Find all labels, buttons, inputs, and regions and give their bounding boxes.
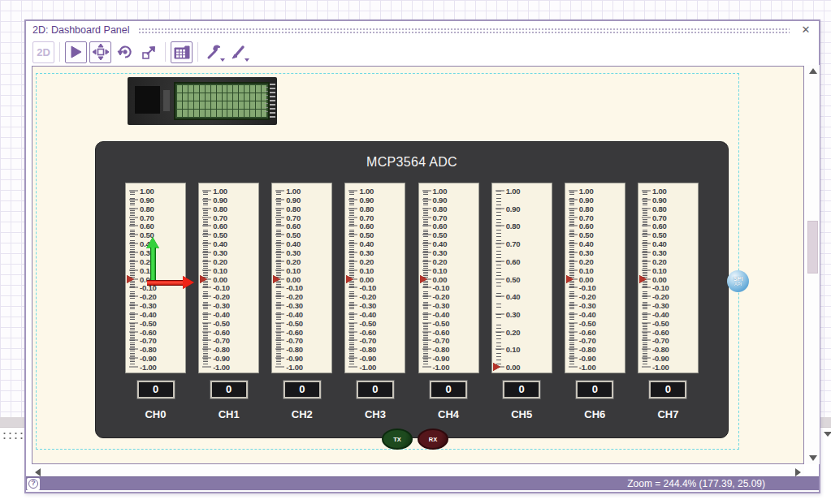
lcd-cell (194, 85, 199, 93)
gauge-major-tick (275, 305, 284, 306)
lcd-display-component[interactable] (128, 77, 277, 125)
gauge-major-tick (202, 296, 211, 297)
scale-label: -0.80 (213, 345, 230, 354)
scroll-right-icon[interactable] (795, 468, 801, 476)
channel-value-display[interactable]: 0 (283, 381, 321, 398)
scale-label: 0.90 (652, 195, 667, 204)
style-brush-button[interactable] (227, 41, 249, 63)
spi-badge-line2: API (734, 282, 742, 286)
gauge-major-tick (642, 358, 651, 359)
close-icon[interactable]: ✕ (799, 24, 812, 37)
channel-value-display[interactable]: 0 (649, 381, 686, 398)
mcp3564-adc-panel[interactable]: MCP3564 ADC 1.000.900.800.700.600.500.40… (95, 141, 729, 438)
panel-canvas[interactable]: MCP3564 ADC 1.000.900.800.700.600.500.40… (32, 66, 804, 464)
scale-label: 0.70 (652, 213, 667, 222)
spi-badge[interactable]: SPI API (727, 270, 749, 292)
gauge-major-tick (129, 313, 138, 314)
components-button[interactable] (171, 41, 193, 63)
scale-label: 0.90 (506, 204, 521, 213)
gauge-major-tick (129, 305, 138, 306)
gauge-pointer[interactable] (493, 363, 500, 371)
gauge-major-tick (275, 313, 284, 314)
gauge-major-tick (348, 261, 357, 261)
vertical-scrollbar[interactable] (806, 65, 820, 464)
channel-value-display[interactable]: 0 (137, 381, 175, 398)
titlebar[interactable]: 2D: Dashboard Panel ✕ (26, 21, 819, 39)
scroll-up-icon[interactable] (809, 68, 817, 74)
scale-label: -0.70 (286, 336, 303, 345)
lcd-cell (227, 101, 232, 109)
resize-tool-button[interactable] (138, 41, 160, 63)
lcd-cell (194, 101, 199, 109)
gauge-pointer[interactable] (346, 275, 353, 283)
gauge-major-tick (642, 296, 651, 297)
channel-value-display[interactable]: 0 (210, 381, 248, 398)
scale-label: -0.40 (359, 309, 376, 318)
channel-label: CH1 (219, 408, 240, 420)
lcd-cell (183, 101, 188, 109)
gauge-pointer[interactable] (420, 275, 427, 283)
scale-label: 0.90 (140, 195, 154, 204)
gauge-major-tick (348, 367, 357, 368)
scale-label: -0.60 (652, 327, 669, 336)
background-caret-icon (824, 432, 831, 437)
gauge-pointer[interactable] (127, 275, 134, 283)
scale-label: -0.70 (579, 336, 596, 345)
gauge-ch5[interactable]: 1.000.900.800.700.600.500.400.300.200.10… (491, 183, 552, 373)
gauge-pointer[interactable] (639, 275, 647, 283)
rx-led[interactable]: RX (418, 429, 448, 450)
gauge-ch7[interactable]: 1.000.900.800.700.600.500.400.300.200.10… (638, 183, 699, 373)
scale-label: -1.00 (286, 363, 303, 372)
gauge-major-tick (129, 208, 138, 209)
vertical-scrollbar-thumb[interactable] (807, 221, 818, 274)
gauge-major-tick (422, 269, 431, 270)
gauge-major-tick (422, 358, 431, 359)
gauge-major-tick (348, 226, 357, 226)
tx-led[interactable]: TX (382, 429, 413, 450)
scroll-down-icon[interactable] (809, 455, 817, 461)
scale-label: 0.90 (433, 195, 448, 204)
gauge-major-tick (275, 208, 284, 209)
scale-label: 0.20 (286, 256, 301, 265)
origin-x-axis-arrow[interactable] (147, 276, 194, 289)
rotate-tool-button[interactable] (114, 41, 136, 63)
gauge-ch2[interactable]: 1.000.900.800.700.600.500.400.300.200.10… (271, 183, 332, 373)
channel-value-display[interactable]: 0 (503, 381, 540, 398)
channel-value-display[interactable]: 0 (576, 381, 613, 398)
gauge-ch1[interactable]: 1.000.900.800.700.600.500.400.300.200.10… (198, 183, 259, 373)
run-tool-button[interactable] (65, 41, 87, 63)
mode-2d-button[interactable]: 2D (32, 41, 54, 63)
component-grid-icon (174, 45, 190, 59)
scale-label: -0.30 (652, 301, 669, 310)
lcd-cell (183, 85, 188, 93)
gauge-major-tick (422, 331, 431, 332)
gauge-pointer[interactable] (566, 275, 573, 283)
scale-label: -0.60 (433, 327, 450, 336)
channel-value-display[interactable]: 0 (357, 381, 394, 398)
gauge-major-tick (275, 349, 284, 350)
gauge-ch4[interactable]: 1.000.900.800.700.600.500.400.300.200.10… (418, 183, 479, 373)
titlebar-drag-texture[interactable] (138, 28, 790, 34)
gauge-major-tick (496, 296, 504, 297)
pan-tool-button[interactable] (89, 41, 111, 63)
lcd-cell (233, 93, 238, 101)
scale-label: 0.70 (506, 239, 521, 248)
gauge-major-tick (422, 217, 431, 218)
help-button[interactable]: ? (27, 478, 40, 490)
window-title: 2D: Dashboard Panel (32, 24, 130, 36)
gauge-pointer[interactable] (273, 275, 280, 283)
scale-label: -0.10 (286, 283, 303, 292)
gauge-ch6[interactable]: 1.000.900.800.700.600.500.400.300.200.10… (565, 183, 625, 373)
scale-label: -0.30 (213, 301, 230, 310)
lcd-cell (233, 110, 238, 117)
gauge-major-tick (129, 340, 138, 341)
lcd-cell (245, 85, 249, 93)
gauge-ch3[interactable]: 1.000.900.800.700.600.500.400.300.200.10… (344, 183, 405, 373)
gauge-pointer[interactable] (200, 275, 207, 283)
channel-value-display[interactable]: 0 (430, 381, 467, 398)
scroll-left-icon[interactable] (35, 468, 41, 476)
gauge-major-tick (202, 331, 211, 332)
tools-menu-button[interactable] (203, 41, 225, 63)
gauge-major-tick (496, 261, 504, 261)
lcd-cell (200, 85, 205, 93)
